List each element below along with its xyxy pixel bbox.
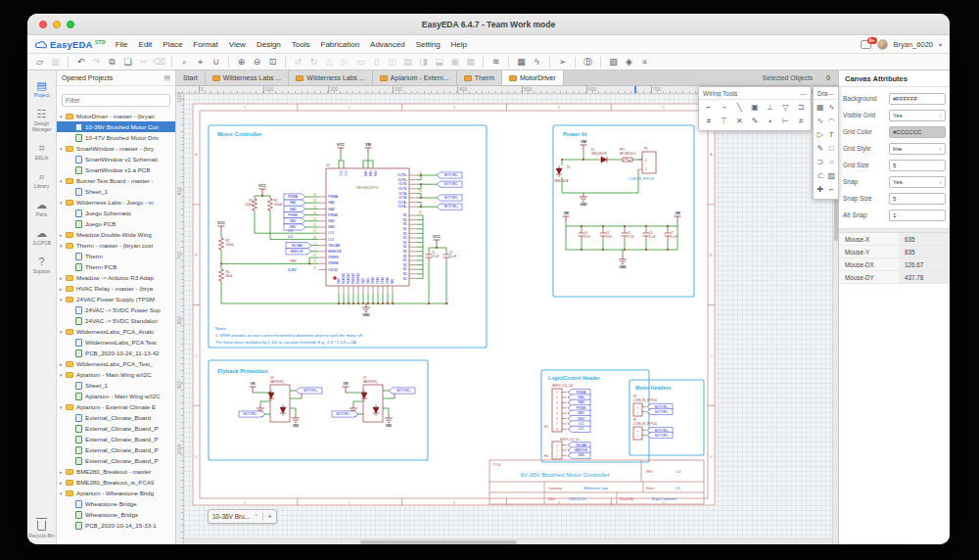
menu-item[interactable]: View — [229, 40, 246, 49]
filter-input[interactable] — [62, 94, 170, 107]
cut[interactable]: ✂ — [137, 55, 150, 70]
project-tree-row[interactable]: ▾ Apiarium - Wheatstone Bridg — [57, 488, 175, 498]
sidebar-item[interactable]: ⌗ EELib — [27, 137, 57, 165]
sidebar-item[interactable]: ▤ Project — [27, 74, 57, 103]
rotate-right[interactable]: ↻ — [307, 55, 320, 70]
group-ungroup[interactable]: # — [793, 115, 809, 128]
project-tree-row[interactable]: Juego Schematic — [57, 208, 175, 218]
project-tree-row[interactable]: SmartWindow v1.a PCB — [57, 164, 175, 175]
project-tree-row[interactable]: ▾ Therm - master - (bryan cost — [57, 240, 175, 251]
project-tree-row[interactable]: 10-36V Brushed Motor Con — [57, 121, 175, 132]
insert-image[interactable]: ▦ — [815, 101, 826, 115]
sheet-tab[interactable]: 10-36V Bru... ⌃ + — [208, 509, 277, 524]
text[interactable]: T — [826, 128, 838, 142]
polyline[interactable]: ϟ — [826, 101, 838, 115]
align-center[interactable]: ◫ — [386, 55, 398, 70]
drc-check[interactable]: △ — [323, 55, 336, 70]
search[interactable]: ⌕ — [178, 55, 191, 70]
bus[interactable]: ¬ — [717, 101, 732, 115]
3d-view[interactable]: ◈ — [623, 55, 635, 70]
align-left[interactable]: ▭ — [354, 55, 367, 70]
project-tree-row[interactable]: ▾ Apiarium - Main Wing w/I2C — [57, 369, 175, 380]
ungroup[interactable]: ▦ — [464, 55, 477, 70]
motor2-plus-port[interactable]: MOTOR2+ — [389, 388, 415, 394]
run[interactable]: ▷ — [339, 55, 351, 70]
rotate-left[interactable]: ↺ — [292, 55, 304, 70]
project-tree-row[interactable]: Sheet_1 — [57, 380, 175, 391]
project-tree-row[interactable]: SmartWindow v1 Schemati — [57, 154, 175, 164]
project-tree-row[interactable]: ▾ Apiarium - External Climate E — [57, 401, 175, 412]
project-tree-row[interactable]: ▸ HVAC Relay - master - (brya — [57, 283, 175, 294]
schematic-canvas[interactable]: 12345 12345 ABCD ABCD Motor Controller P… — [184, 94, 838, 544]
p2-ports[interactable]: MOTOR1+MOTOR1- — [647, 403, 673, 414]
copy[interactable]: ⧉ — [106, 55, 118, 70]
project-tree-row[interactable]: ▸ BME280_Breakout - master — [57, 466, 175, 477]
project-tree-row[interactable]: 24VAC -> 5VDC Standalon — [57, 315, 175, 326]
attribute-control[interactable]: 5 ↕ — [889, 160, 946, 171]
net-port[interactable]: ⊐ — [793, 101, 809, 115]
menu-item[interactable]: Format — [193, 40, 217, 49]
sidebar-item[interactable]: ☁ Parts — [27, 194, 57, 222]
menu-item[interactable]: Advanced — [370, 40, 405, 49]
open[interactable]: ▱ — [33, 55, 46, 70]
project-tree-row[interactable]: Apiarium - Main Wing w/I2C — [57, 391, 175, 401]
menu-item[interactable]: Edit — [139, 40, 153, 49]
project-tree-row[interactable]: External_Climate_Board_P — [57, 455, 175, 466]
project-tree-row[interactable]: ▸ Meadow -> Arduino R3 Adap — [57, 272, 175, 283]
net-label[interactable]: ▣ — [747, 101, 763, 115]
project-tree-row[interactable]: ▸ BME280_Breakout_w_PCA9 — [57, 477, 175, 488]
distribute[interactable]: ▤ — [401, 55, 414, 70]
bezier[interactable]: ∿ — [815, 115, 826, 128]
menu-item[interactable]: Design — [256, 40, 281, 49]
align-right[interactable]: ▯ — [370, 55, 383, 70]
h1-signal-ports[interactable]: PWMAINA1INA2PWMBINB1INB2LO1LO2 — [568, 389, 590, 432]
junction[interactable]: • — [763, 115, 778, 128]
drag[interactable]: ✚ — [815, 183, 826, 197]
project-tree-row[interactable]: ▾ WildernessLabs_PCA_Analo — [57, 326, 175, 337]
rectangle[interactable]: □ — [826, 142, 838, 156]
document-tab[interactable]: Start — [176, 70, 206, 85]
net-flag[interactable]: ⊥ — [763, 101, 778, 115]
project-tree-row[interactable]: ▸ WildernessLabs_PCA_Test_ — [57, 358, 175, 369]
undo[interactable]: ↶ — [74, 55, 87, 70]
attribute-control[interactable]: 1 ↕ — [889, 210, 946, 221]
photo-view[interactable]: ▨ — [607, 55, 620, 70]
horizontal-scrollbar[interactable] — [184, 538, 832, 544]
schematic-sheet[interactable]: 12345 12345 ABCD ABCD Motor Controller P… — [192, 103, 716, 506]
attribute-control[interactable]: Yes ↕ — [889, 110, 946, 121]
maximize-window-button[interactable] — [67, 21, 74, 28]
project-tree-row[interactable]: External_Climate_Board_P — [57, 423, 175, 434]
net-flag-gnd[interactable]: ⊤ — [717, 115, 732, 128]
chevron-down-icon[interactable]: ▾ — [939, 41, 942, 48]
arc-3-point[interactable]: ⊂ — [815, 169, 826, 183]
redo[interactable]: ↷ — [90, 55, 103, 70]
sidebar-item[interactable]: ☁ JLCPCB — [27, 222, 57, 251]
flip-horizontal[interactable]: ◨ — [417, 55, 430, 70]
line[interactable]: ╲ — [731, 101, 747, 115]
draw-wire[interactable]: ✎ — [747, 115, 763, 128]
menu-item[interactable]: Place — [163, 40, 182, 49]
project-tree-row[interactable]: Juego PCB — [57, 218, 175, 229]
group[interactable]: ▣ — [448, 55, 461, 70]
corner[interactable]: ⌐ — [826, 183, 838, 197]
document-tab[interactable]: Apiarium - Extern... — [373, 70, 457, 85]
sidebar-item[interactable]: ? Support — [27, 251, 57, 279]
project-tree-row[interactable]: PCB_2020-10-14_15-33-1 — [57, 520, 175, 531]
arc[interactable]: ◠ — [826, 115, 838, 128]
delete[interactable]: ⌫ — [153, 55, 165, 70]
add-sheet-button[interactable]: + — [262, 512, 272, 521]
document-tab[interactable]: Wilderness Labs ... — [206, 70, 290, 85]
h2-signal-ports[interactable]: TBLKABHBMODEGND — [568, 442, 590, 458]
zoom-in[interactable]: ⊕ — [235, 55, 248, 70]
project-tree-row[interactable]: 10-47V Brushed Motor Driv — [57, 132, 175, 143]
motor1-plus-port[interactable]: MOTOR1+ — [296, 388, 322, 394]
bom[interactable]: Ⓑ — [582, 55, 594, 70]
document-tab[interactable]: Wilderness Labs ... — [289, 70, 373, 85]
sidebar-item[interactable]: ☷ Design Manager — [27, 103, 57, 137]
attribute-control[interactable]: #FFFFFF ↕ — [889, 93, 946, 105]
pencil[interactable]: ✎ — [815, 142, 826, 156]
project-tree-row[interactable]: External_Climate_Board — [57, 412, 175, 423]
zoom-out[interactable]: ⊖ — [251, 55, 263, 70]
project-tree-row[interactable]: Wheatstone_Bridge — [57, 509, 175, 520]
share[interactable]: ∝ — [638, 55, 651, 70]
